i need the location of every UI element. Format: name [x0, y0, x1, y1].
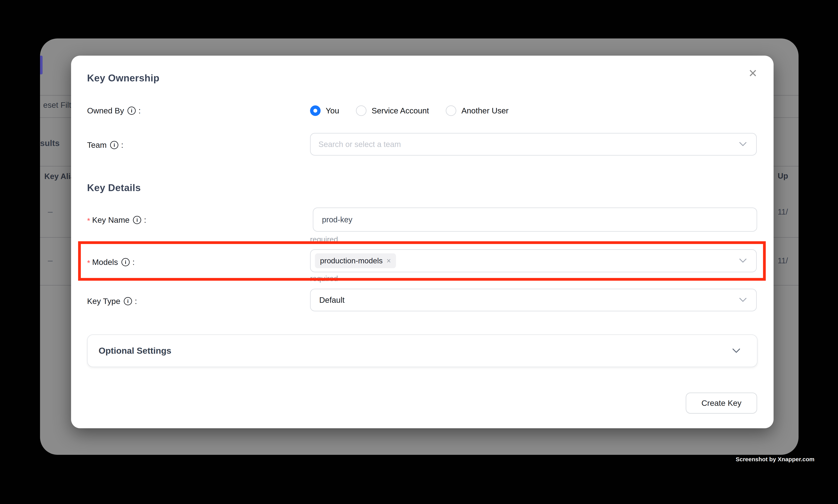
- models-select[interactable]: production-models ×: [310, 249, 757, 272]
- info-icon[interactable]: i: [133, 216, 141, 224]
- optional-settings-toggle[interactable]: Optional Settings: [87, 335, 757, 367]
- owned-by-label: Owned By i :: [87, 104, 141, 117]
- radio-unselected-icon[interactable]: [356, 105, 367, 116]
- radio-selected-icon[interactable]: [310, 105, 321, 116]
- key-name-label: * Key Name i :: [87, 214, 146, 226]
- radio-option-you[interactable]: You: [310, 105, 339, 116]
- key-type-selected-value: Default: [310, 295, 345, 305]
- selected-model-tag-text: production-models: [320, 256, 383, 265]
- label-colon: :: [121, 141, 123, 150]
- info-icon[interactable]: i: [127, 107, 136, 115]
- create-key-button[interactable]: Create Key: [686, 393, 757, 414]
- models-required-hint: required: [310, 274, 338, 283]
- required-asterisk: *: [87, 216, 90, 226]
- key-type-label-text: Key Type: [87, 297, 120, 306]
- key-name-input[interactable]: [313, 208, 757, 232]
- radio-option-another-user[interactable]: Another User: [446, 105, 509, 116]
- close-icon[interactable]: ✕: [745, 66, 761, 81]
- team-select-placeholder: Search or select a team: [310, 140, 401, 149]
- key-name-label-text: Key Name: [92, 216, 129, 225]
- info-icon[interactable]: i: [124, 297, 132, 305]
- team-label-text: Team: [87, 141, 107, 150]
- radio-label: You: [326, 106, 339, 115]
- owned-by-label-text: Owned By: [87, 106, 124, 115]
- create-key-modal: Key Ownership ✕ Owned By i : You Service…: [71, 56, 773, 428]
- label-colon: :: [135, 297, 137, 306]
- chevron-down-icon: [739, 142, 747, 147]
- column-header-updated: Up: [778, 172, 788, 180]
- team-select[interactable]: Search or select a team: [310, 133, 757, 156]
- table-row-updated: 11/: [778, 256, 788, 265]
- label-colon: :: [144, 216, 146, 225]
- chevron-down-icon: [739, 298, 747, 303]
- info-icon[interactable]: i: [122, 258, 130, 266]
- key-type-select[interactable]: Default: [310, 289, 757, 311]
- tag-remove-icon[interactable]: ×: [387, 257, 391, 265]
- key-ownership-heading: Key Ownership: [87, 72, 160, 84]
- table-row: –: [48, 255, 53, 265]
- results-count-partial: sults: [40, 138, 59, 148]
- create-key-button-partial: [40, 56, 42, 74]
- radio-option-service-account[interactable]: Service Account: [356, 105, 429, 116]
- chevron-down-icon: [732, 348, 741, 354]
- key-details-heading: Key Details: [87, 182, 141, 194]
- chevron-down-icon: [739, 258, 747, 263]
- required-asterisk: *: [87, 258, 90, 268]
- table-row: –: [48, 207, 53, 216]
- info-icon[interactable]: i: [110, 141, 118, 149]
- models-label: * Models i :: [87, 256, 135, 268]
- label-colon: :: [132, 258, 135, 267]
- column-header-key-alias: Key Alia: [44, 172, 75, 181]
- watermark-text: Screenshot by Xnapper.com: [736, 456, 814, 463]
- radio-unselected-icon[interactable]: [446, 105, 456, 116]
- table-row-updated: 11/: [778, 208, 788, 216]
- owned-by-radio-group: You Service Account Another User: [310, 103, 509, 119]
- radio-label: Another User: [461, 106, 509, 115]
- optional-settings-heading: Optional Settings: [99, 346, 172, 356]
- radio-label: Service Account: [372, 106, 429, 115]
- selected-model-tag: production-models ×: [315, 253, 396, 268]
- label-colon: :: [139, 106, 141, 115]
- key-name-required-hint: required: [310, 235, 338, 244]
- reset-filters-button-partial: eset Filt: [43, 101, 71, 110]
- key-type-label: Key Type i :: [87, 295, 137, 307]
- team-label: Team i :: [87, 139, 123, 151]
- models-label-text: Models: [92, 258, 118, 267]
